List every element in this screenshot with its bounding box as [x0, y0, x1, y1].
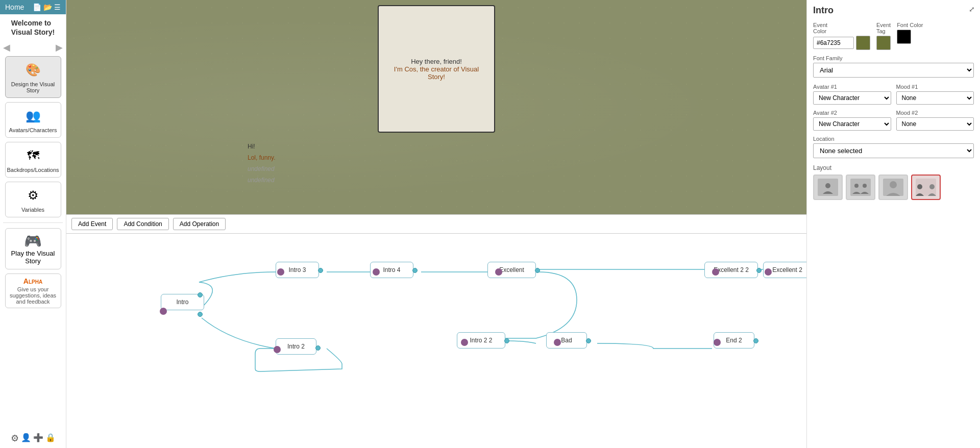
- intro2-label: Intro 2: [287, 343, 305, 350]
- flow-node-intro2[interactable]: Intro 2: [276, 338, 316, 355]
- layout-section: Layout: [813, 164, 974, 200]
- settings-button[interactable]: ⚙: [11, 433, 19, 444]
- intro3-label: Intro 3: [288, 266, 306, 273]
- sidebar-item-backdrops[interactable]: 🗺 Backdrops/Locations: [5, 142, 61, 178]
- svg-point-6: [890, 181, 897, 188]
- nav-left-arrow[interactable]: ◀: [3, 42, 10, 53]
- dot-intro3: [277, 268, 284, 276]
- dot-excellent2: [765, 268, 772, 276]
- mood2-select[interactable]: None Happy Sad: [896, 117, 974, 131]
- dialog-line2: I'm Cos, the creator of Visual Story!: [387, 65, 486, 81]
- connector-intro2-right: [315, 345, 321, 351]
- event-tag-label: EventTag: [876, 22, 891, 34]
- font-family-select[interactable]: Arial Times New Roman Verdana Georgia: [813, 63, 974, 78]
- avatar1-field: Avatar #1 New Character None: [813, 84, 891, 105]
- connector-intro4-right: [412, 268, 418, 273]
- avatar2-field: Avatar #2 New Character None: [813, 110, 891, 131]
- connector-end2-right: [753, 338, 758, 343]
- alpha-text: Give us your suggestions, ideas and feed…: [9, 286, 58, 305]
- location-label: Location: [813, 136, 974, 142]
- avatar2-select[interactable]: New Character None: [813, 117, 891, 131]
- flow-node-excellent[interactable]: Excellent: [487, 262, 536, 278]
- event-color-input[interactable]: [813, 37, 854, 49]
- event-color-label: EventColor: [813, 22, 870, 34]
- panel-title: Intro: [813, 5, 974, 16]
- connector-excellent22-right: [756, 268, 762, 273]
- flow-node-bad[interactable]: Bad: [546, 332, 587, 349]
- sidebar-bottom: ⚙ 👤 ➕ 🔒: [0, 429, 66, 448]
- lock-icon: 🔒: [45, 433, 56, 444]
- excellent2-label: Excellent 2: [772, 266, 802, 273]
- layout-option-2[interactable]: [846, 175, 875, 200]
- brush-icon: 🎨: [26, 63, 41, 77]
- menu-icon[interactable]: ☰: [54, 3, 61, 11]
- layout2-icon: [850, 179, 871, 196]
- svg-point-4: [863, 184, 867, 188]
- variables-label: Variables: [21, 207, 44, 213]
- layout4-icon: [916, 179, 936, 196]
- alpha-box: Alpha Give us your suggestions, ideas an…: [5, 273, 61, 308]
- event-color-row: EventColor EventTag Font Color: [813, 22, 974, 50]
- avatars-icon: 👥: [26, 109, 41, 123]
- font-color-swatch[interactable]: [897, 30, 911, 44]
- dot-excellent22: [712, 268, 719, 276]
- dialog-line1: Hey there, friend!: [387, 58, 486, 65]
- preview-panel: Hey there, friend! I'm Cos, the creator …: [66, 0, 806, 214]
- backdrops-label: Backdrops/Locations: [7, 167, 59, 173]
- avatar1-mood1-row: Avatar #1 New Character None Mood #1 Non…: [813, 84, 974, 105]
- layout-option-1[interactable]: [813, 175, 843, 200]
- dot-intro: [160, 308, 167, 315]
- event-color-field: EventColor: [813, 22, 870, 50]
- open-file-icon[interactable]: 📂: [43, 3, 52, 11]
- avatar2-label: Avatar #2: [813, 110, 891, 116]
- dot-excellent: [495, 268, 502, 276]
- expand-button[interactable]: ⤢: [969, 5, 975, 13]
- svg-point-8: [917, 184, 922, 189]
- sidebar-item-play[interactable]: 🎮 Play the Visual Story: [5, 228, 61, 269]
- preview-line-hi: Hi!: [248, 143, 275, 150]
- intro4-label: Intro 4: [383, 266, 400, 273]
- add-icon[interactable]: ➕: [33, 433, 43, 444]
- font-family-label: Font Family: [813, 55, 974, 61]
- toolbar: Add Event Add Condition Add Operation: [66, 214, 806, 234]
- font-color-label: Font Color: [897, 22, 923, 28]
- nav-right-arrow[interactable]: ▶: [56, 42, 63, 53]
- layout-option-4[interactable]: [911, 175, 941, 200]
- mood1-label: Mood #1: [896, 84, 974, 90]
- add-operation-button[interactable]: Add Operation: [173, 218, 226, 230]
- main-area: Hey there, friend! I'm Cos, the creator …: [66, 0, 806, 448]
- sidebar-divider: [3, 222, 62, 223]
- dot-intro2: [274, 346, 281, 353]
- preview-line-undef2: undefined: [248, 177, 275, 184]
- preview-lines: Hi! Lol, funny. undefined undefined: [248, 143, 275, 184]
- connector-bad-right: [586, 338, 591, 343]
- sidebar: Home 📄 📂 ☰ Welcome to Visual Story! ◀ ▶ …: [0, 0, 66, 448]
- alpha-title: Alpha: [9, 277, 58, 285]
- flow-canvas: Intro Intro 3 Intro 4 Excellent Excellen…: [66, 234, 806, 448]
- add-event-button[interactable]: Add Event: [71, 218, 113, 230]
- layout3-icon: [883, 179, 903, 196]
- new-file-icon[interactable]: 📄: [33, 3, 41, 11]
- dot-intro22: [461, 339, 468, 346]
- nav-arrows: ◀ ▶: [0, 41, 66, 54]
- connector-intro22-right: [504, 338, 509, 343]
- connector-intro-top: [198, 292, 203, 297]
- layout-label: Layout: [813, 164, 974, 171]
- avatar2-mood2-row: Avatar #2 New Character None Mood #2 Non…: [813, 110, 974, 131]
- event-tag-swatch[interactable]: [876, 36, 891, 50]
- location-section: Location None selected Forest City: [813, 136, 974, 158]
- mood2-label: Mood #2: [896, 110, 974, 116]
- add-condition-button[interactable]: Add Condition: [117, 218, 168, 230]
- home-label[interactable]: Home: [5, 3, 24, 11]
- sidebar-item-avatars[interactable]: 👥 Avatars/Characters: [5, 102, 61, 138]
- mood1-select[interactable]: None Happy Sad: [896, 91, 974, 105]
- avatar1-select[interactable]: New Character None: [813, 91, 891, 105]
- layout-option-3[interactable]: [878, 175, 908, 200]
- sidebar-item-design[interactable]: 🎨 Design the Visual Story: [5, 56, 61, 98]
- dialog-text: Hey there, friend! I'm Cos, the creator …: [387, 58, 486, 81]
- end2-label: End 2: [726, 337, 742, 344]
- sidebar-item-variables[interactable]: ⚙ Variables: [5, 182, 61, 217]
- location-select[interactable]: None selected Forest City: [813, 143, 974, 158]
- event-color-swatch[interactable]: [856, 36, 870, 50]
- avatar1-label: Avatar #1: [813, 84, 891, 90]
